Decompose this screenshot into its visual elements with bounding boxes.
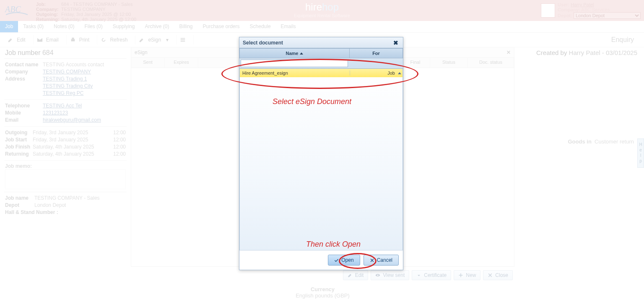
brand: hirehop Equipment Rental Software (294, 1, 350, 18)
tab-po[interactable]: Purchase orders (198, 21, 245, 32)
svg-rect-5 (181, 41, 185, 42)
esign-button[interactable]: eSign▾ (135, 35, 177, 44)
company-logo: ABC (0, 0, 34, 21)
col-final[interactable]: Final (401, 58, 430, 68)
page-status: Enquiry (611, 36, 640, 44)
dialog-row[interactable]: Hire Agreement_esign Job (240, 69, 402, 77)
cancel-button[interactable]: Cancel (364, 255, 399, 266)
dialog-list[interactable]: Hire Agreement_esign Job (239, 69, 403, 250)
close-icon (370, 258, 374, 263)
select-document-dialog: Select document ✖ Name For Hire Agreemen… (239, 37, 403, 270)
help-tab[interactable]: Help (637, 138, 644, 168)
tab-schedule[interactable]: Schedule (245, 21, 276, 32)
main-tabs: Job Tasks (0) Notes (0) Files (0) Supply… (0, 21, 644, 33)
certificate-button[interactable]: Certificate (412, 270, 451, 280)
menu-button[interactable] (177, 35, 194, 44)
top-header: ABC Job:684 - TESTING COMPANY - Sales Co… (0, 0, 644, 21)
svg-point-7 (377, 275, 379, 276)
check-icon (334, 258, 339, 263)
header-job-meta: Job:684 - TESTING COMPANY - Sales Compan… (34, 0, 139, 21)
dialog-title-bar: Select document ✖ (239, 37, 403, 48)
grid-edit-button[interactable]: Edit (343, 270, 369, 280)
email-button[interactable]: Email (34, 35, 67, 44)
created-by: Created by Harry Patel - 03/01/2025 (534, 47, 640, 58)
address-line-1[interactable]: TESTING Trading 1 (43, 76, 87, 83)
dialog-col-name[interactable]: Name (239, 48, 350, 58)
depot-select[interactable]: London Depot (574, 12, 641, 19)
pencil-icon (8, 37, 13, 43)
tab-job[interactable]: Job (0, 21, 18, 32)
menu-icon (180, 37, 186, 43)
dialog-close-icon[interactable]: ✖ (392, 39, 400, 47)
refresh-icon (101, 37, 106, 43)
dialog-filter-input[interactable] (241, 60, 348, 67)
tab-tasks[interactable]: Tasks (0) (18, 21, 49, 32)
job-number: Job number 684 (4, 47, 127, 59)
grid-close-button[interactable]: Close (483, 270, 513, 280)
mobile-link[interactable]: 123123123 (43, 109, 68, 117)
tab-files[interactable]: Files (0) (79, 21, 107, 32)
goods-in: Goods in Customer return (566, 138, 637, 146)
esign-title: eSign (135, 50, 148, 55)
company-link[interactable]: TESTING COMPANY (43, 68, 91, 76)
dialog-col-for[interactable]: For (350, 48, 403, 58)
user-box: User: Harry Patel Company: ABC Services … (541, 0, 644, 21)
plus-icon (458, 273, 463, 278)
download-icon (416, 273, 421, 278)
tab-supplying[interactable]: Supplying (108, 21, 140, 32)
address-line-2[interactable]: TESTING Trading City (43, 83, 93, 90)
job-memo[interactable] (5, 169, 126, 189)
tab-emails[interactable]: Emails (276, 21, 301, 32)
address-line-3[interactable]: TESTING Reg PC (43, 90, 83, 97)
svg-rect-3 (181, 38, 185, 39)
edit-button[interactable]: Edit (4, 35, 34, 44)
email-link[interactable]: hirakwebguru@gmail.com (43, 117, 101, 124)
col-docstatus[interactable]: Doc. status (468, 58, 514, 68)
svg-rect-4 (181, 39, 185, 40)
svg-rect-1 (71, 39, 75, 41)
col-sent[interactable]: Sent (131, 58, 165, 68)
col-expires[interactable]: Expires (165, 58, 198, 68)
pencil-icon (348, 273, 353, 278)
tab-notes[interactable]: Notes (0) (49, 21, 79, 32)
contact-name: TESTING Accounts contact (43, 61, 104, 68)
svg-rect-2 (72, 38, 74, 39)
view-sent-button[interactable]: View sent (371, 270, 409, 280)
signature-icon (139, 37, 145, 43)
eye-icon (375, 273, 380, 278)
tab-archive[interactable]: Archive (0) (140, 21, 174, 32)
user-link[interactable]: Harry Patel (571, 2, 594, 7)
print-button[interactable]: Print (67, 35, 98, 44)
open-button[interactable]: Open (328, 255, 360, 266)
sort-asc-icon (300, 52, 303, 55)
printer-icon (70, 37, 76, 43)
tab-billing[interactable]: Billing (174, 21, 197, 32)
refresh-button[interactable]: Refresh (97, 35, 135, 44)
envelope-icon (37, 37, 43, 43)
close-icon (488, 273, 493, 278)
telephone-link[interactable]: TESTING Acc Tel (43, 102, 82, 109)
job-memo-label: Job memo: (5, 163, 126, 169)
avatar (541, 3, 555, 18)
left-column: Job number 684 Contact nameTESTING Accou… (4, 47, 127, 301)
esign-close-icon[interactable]: ✕ (506, 50, 511, 55)
new-button[interactable]: New (454, 270, 480, 280)
col-status[interactable]: Status (430, 58, 468, 68)
scroll-up-icon[interactable] (398, 72, 401, 74)
